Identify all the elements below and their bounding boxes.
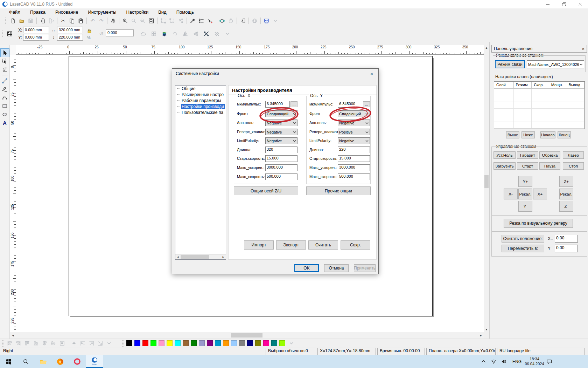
pen-tool[interactable] — [1, 85, 9, 93]
grid-snap-icon[interactable] — [5, 29, 14, 38]
mirror-v-icon[interactable] — [181, 29, 190, 38]
combo-4[interactable]: Negative — [265, 137, 298, 144]
other-options-button[interactable]: Прочие опции — [306, 186, 371, 195]
palette-swatch-4[interactable] — [159, 340, 164, 346]
language-indicator[interactable]: ENG — [510, 355, 524, 368]
minimize-button[interactable] — [540, 0, 556, 8]
align-top-icon[interactable] — [23, 340, 31, 347]
layers-icon[interactable] — [160, 29, 169, 38]
dialog-titlebar[interactable]: Системные настройки — [172, 69, 378, 79]
input-5[interactable]: 220 — [338, 146, 370, 153]
palette-swatch-18[interactable] — [271, 340, 277, 346]
menu-2[interactable]: Рисование — [50, 9, 83, 15]
list-icon[interactable] — [197, 17, 205, 25]
node-delete-icon[interactable] — [177, 17, 185, 25]
import-button[interactable]: Импорт — [244, 240, 274, 250]
menu-5[interactable]: Вид — [153, 9, 172, 15]
palette-swatch-0[interactable] — [126, 340, 132, 346]
tray-chevron-icon[interactable] — [479, 355, 487, 368]
ok-button[interactable]: OK — [294, 264, 319, 272]
simulate-icon[interactable] — [227, 17, 235, 25]
vertical-scrollbar[interactable]: ▲ ▼ — [484, 45, 489, 332]
speaker-icon[interactable] — [499, 355, 508, 368]
palette-swatch-11[interactable] — [215, 340, 221, 346]
weld-icon[interactable] — [139, 29, 148, 38]
node-edit-icon[interactable] — [168, 17, 176, 25]
zoom-select-icon[interactable] — [130, 17, 138, 25]
explorer-button[interactable] — [34, 355, 51, 368]
align-page-icon[interactable] — [58, 340, 66, 347]
palette-swatch-13[interactable] — [231, 340, 237, 346]
align-h-center-icon[interactable] — [41, 340, 49, 347]
combo-1[interactable]: Спадающий — [265, 110, 298, 117]
snap-center-icon[interactable] — [70, 340, 78, 347]
snap-top-right-icon[interactable] — [88, 340, 96, 347]
firefox-button[interactable] — [51, 355, 69, 368]
select-tool[interactable] — [1, 49, 9, 57]
line-tool[interactable] — [1, 77, 9, 85]
save-icon[interactable] — [27, 17, 35, 25]
browse-button[interactable]: ... — [290, 101, 298, 107]
menu-6[interactable]: Помощь — [172, 9, 199, 15]
input-8[interactable]: 500.000 — [265, 173, 298, 180]
apply-button[interactable]: Применить — [354, 264, 376, 272]
menu-1[interactable]: Правка — [25, 9, 50, 15]
undo-icon[interactable]: ↶ — [89, 17, 97, 25]
wifi-icon[interactable] — [489, 355, 498, 368]
pos-y-field[interactable]: 0.00 — [555, 245, 578, 252]
input-8[interactable]: 500.000 — [338, 173, 370, 180]
layer-button-2[interactable]: Начало — [540, 131, 555, 138]
input-6[interactable]: 15.000 — [338, 155, 370, 162]
scroll-down-arrow[interactable]: ▼ — [484, 327, 489, 332]
jog-button-x+[interactable]: X+ — [533, 189, 547, 199]
snap-top-left-icon[interactable] — [79, 340, 87, 347]
palette-swatch-3[interactable] — [150, 340, 156, 346]
machine-button[interactable]: Стоп — [563, 162, 584, 170]
layer-button-1[interactable]: Ниже — [522, 131, 535, 138]
palette-swatch-1[interactable] — [134, 340, 140, 346]
import-icon[interactable] — [38, 17, 47, 25]
horizontal-scroll-thumb[interactable] — [231, 333, 262, 338]
jog-button-z+[interactable]: Z+ — [559, 176, 573, 187]
machine-name-combo[interactable]: MachName:_AWC_12004026 — [527, 60, 584, 68]
machine-button[interactable]: Лазер — [563, 151, 584, 159]
menu-3[interactable]: Инструменты — [83, 9, 121, 15]
palette-swatch-2[interactable] — [142, 340, 148, 346]
dialog-close-button[interactable]: × — [368, 70, 376, 77]
cancel-button[interactable]: Отмена — [324, 264, 349, 272]
link-mode-button[interactable]: Режим связи — [495, 60, 525, 68]
tree-scroll-left[interactable]: ◄ — [175, 254, 180, 259]
x-position-field[interactable]: 0.000 mm — [23, 27, 49, 33]
read-position-button[interactable]: Считать положение: — [502, 235, 544, 243]
export-button[interactable]: Экспорт — [276, 240, 306, 250]
pos-x-field[interactable]: 0.00 — [555, 235, 578, 243]
close-button[interactable] — [572, 0, 588, 8]
ellipse-edit-icon[interactable] — [218, 17, 226, 25]
open-icon[interactable] — [18, 17, 26, 25]
input-0[interactable]: 6.345000 — [338, 101, 362, 108]
scroll-right-arrow[interactable]: ► — [478, 332, 484, 339]
browse-button[interactable]: ... — [363, 101, 370, 107]
palette-swatch-19[interactable] — [279, 340, 285, 346]
palette-swatch-17[interactable] — [263, 340, 269, 346]
horizontal-scrollbar[interactable]: ◄ ► — [10, 332, 484, 339]
combo-1[interactable]: Спадающий — [338, 110, 370, 117]
copy-icon[interactable] — [68, 17, 76, 25]
paste-icon[interactable] — [77, 17, 85, 25]
palette-swatch-14[interactable] — [239, 340, 245, 346]
machine-button[interactable]: Габарит — [517, 151, 538, 159]
palette-swatch-15[interactable] — [247, 340, 253, 346]
jog-button-z-[interactable]: Z- — [559, 201, 573, 212]
redo-icon[interactable]: ↷ — [97, 17, 105, 25]
tree-scroll-right[interactable]: ► — [221, 254, 226, 259]
tree-item-3[interactable]: Настройки производи — [175, 103, 226, 109]
align-v-center-icon[interactable] — [49, 340, 57, 347]
node-select-tool[interactable] — [1, 57, 9, 65]
pattern-icon[interactable] — [212, 29, 221, 38]
snap-bottom-right-icon[interactable] — [96, 340, 104, 347]
tools-icon[interactable] — [189, 17, 197, 25]
text-tool[interactable]: A — [1, 119, 9, 127]
pick-icon[interactable] — [206, 17, 214, 25]
menu-4[interactable]: Настройки — [121, 9, 153, 15]
palette-swatch-5[interactable] — [167, 340, 173, 346]
